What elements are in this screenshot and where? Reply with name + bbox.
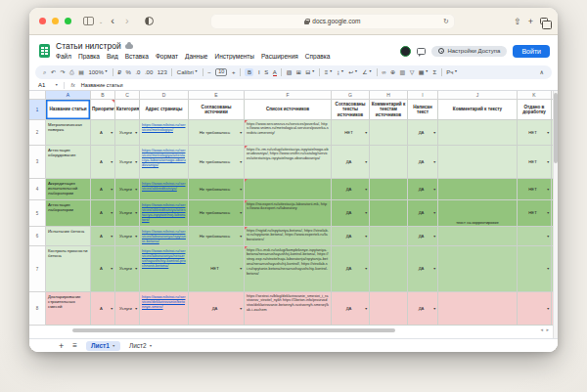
cell-J2[interactable] xyxy=(438,120,518,146)
cell-C2[interactable]: Услуги▼ xyxy=(115,120,140,146)
column-header-B[interactable]: B xyxy=(91,91,115,100)
cell-I1[interactable]: Написан текст xyxy=(408,100,438,120)
column-header-H[interactable]: H xyxy=(370,91,408,100)
cell-F6[interactable]: https://nigtid.ru/ispytaniya-betona/, ht… xyxy=(245,227,332,246)
cell-H5[interactable] xyxy=(370,200,408,227)
paint-format-button[interactable]: ▤ xyxy=(78,69,84,75)
functions-button[interactable]: Σ xyxy=(432,69,436,75)
column-header-K[interactable]: K xyxy=(518,91,552,100)
cell-D7[interactable]: https://www.nilstroi.ru/services/laborat… xyxy=(140,246,189,292)
vertical-scrollbar[interactable] xyxy=(553,91,558,338)
cell-C8[interactable]: Услуги▼ xyxy=(115,292,140,326)
cell-D1[interactable]: Адрес страницы xyxy=(140,100,189,120)
row-header-7[interactable]: 7 xyxy=(29,246,46,292)
dropdown-arrow-icon[interactable]: ▼ xyxy=(240,306,243,310)
column-header-G[interactable]: G xyxy=(332,91,370,100)
cell-G1[interactable]: Согласованы тексты источников xyxy=(332,100,370,120)
sheets-logo[interactable] xyxy=(39,44,50,58)
cell-H1[interactable]: Комментарий к текстам источников xyxy=(370,100,408,120)
text-wrap-button[interactable]: ↩▼ xyxy=(348,69,358,75)
percent-format-button[interactable]: % xyxy=(126,69,131,75)
cell-B6[interactable]: А▼ xyxy=(91,227,115,246)
cell-C4[interactable]: Услуги▼ xyxy=(115,179,140,200)
cell-I7[interactable]: ДА▼ xyxy=(408,246,438,292)
forward-button[interactable]: › xyxy=(122,16,132,26)
currency-format-button[interactable]: ₽ xyxy=(117,69,121,75)
cell-E8[interactable]: ДА▼ xyxy=(189,292,245,326)
cell-A4[interactable]: Аккредитация испытательной лаборатории xyxy=(46,179,91,200)
sign-in-button[interactable]: Войти xyxy=(513,45,550,58)
dropdown-arrow-icon[interactable]: ▼ xyxy=(111,159,113,163)
menu-item-5[interactable]: Формат xyxy=(156,53,178,60)
close-window-button[interactable] xyxy=(39,18,46,24)
dropdown-arrow-icon[interactable]: ▼ xyxy=(111,130,113,134)
cell-A1[interactable]: Название статьи xyxy=(46,100,91,120)
cell-I2[interactable]: ДА▼ xyxy=(408,120,438,146)
cell-J7[interactable] xyxy=(438,246,518,292)
horizontal-align-button[interactable]: ≡▼ xyxy=(325,69,333,75)
sidebar-chevron-icon[interactable]: ⌄ xyxy=(99,19,103,24)
dropdown-arrow-icon[interactable]: ▼ xyxy=(547,267,550,271)
dropdown-arrow-icon[interactable]: ▼ xyxy=(135,306,138,310)
menu-item-9[interactable]: Справка xyxy=(305,53,331,60)
dropdown-arrow-icon[interactable]: ▼ xyxy=(547,234,550,238)
cell-B2[interactable]: А▼ xyxy=(91,120,115,146)
new-tab-icon[interactable]: + xyxy=(528,17,533,26)
cell-G2[interactable]: НЕТ▼ xyxy=(332,120,370,146)
address-bar[interactable]: docs.google.com ↻ xyxy=(210,14,455,29)
cell-F2[interactable]: https://www.serconsrus.ru/services/pover… xyxy=(245,120,332,146)
menu-item-1[interactable]: Файл xyxy=(56,53,71,60)
dropdown-arrow-icon[interactable]: ▼ xyxy=(547,159,550,163)
cell-I5[interactable]: ДА▼ xyxy=(408,200,438,227)
dropdown-arrow-icon[interactable]: ▼ xyxy=(547,211,550,215)
cell-K8[interactable]: ▼ xyxy=(518,292,552,326)
table-views-button[interactable]: ▦▼ xyxy=(419,69,429,75)
cell-D6[interactable]: https://www.nilstroi.ru/services/laborat… xyxy=(140,227,189,246)
insert-link-button[interactable]: ∞ xyxy=(382,69,385,75)
comments-icon[interactable] xyxy=(417,48,426,55)
cell-F8[interactable]: https://sestroi.ru/blog/deklarirovanie_s… xyxy=(245,292,332,326)
page-url-link[interactable]: https://www.nilstroi.ru/services/akkredi… xyxy=(142,181,186,191)
cell-I8[interactable]: ДА▼ xyxy=(408,292,438,326)
dropdown-arrow-icon[interactable]: ▼ xyxy=(365,306,368,310)
reload-icon[interactable]: ↻ xyxy=(443,18,449,25)
dropdown-arrow-icon[interactable]: ▼ xyxy=(240,159,243,163)
cell-J4[interactable] xyxy=(438,179,518,200)
column-header-J[interactable]: J xyxy=(438,91,518,100)
page-url-link[interactable]: https://www.nilstroi.ru/services/metrolo… xyxy=(142,122,186,132)
dropdown-arrow-icon[interactable]: ▼ xyxy=(111,211,113,215)
cell-E2[interactable]: Не требовалось▼ xyxy=(189,120,245,146)
cell-K7[interactable]: ▼ xyxy=(518,246,552,292)
dropdown-arrow-icon[interactable]: ▼ xyxy=(365,187,368,191)
bold-button[interactable]: B xyxy=(245,68,253,76)
page-url-link[interactable]: https://www.nilstroi.ru/services/laborat… xyxy=(142,229,186,244)
dropdown-arrow-icon[interactable]: ▼ xyxy=(135,159,138,163)
dropdown-arrow-icon[interactable]: ▼ xyxy=(111,234,113,238)
row-header-6[interactable]: 6 xyxy=(29,227,46,246)
fill-color-button[interactable]: ▨ xyxy=(287,69,293,75)
dropdown-arrow-icon[interactable]: ▼ xyxy=(433,306,436,310)
cell-A3[interactable]: Аттестация оборудования xyxy=(46,146,91,179)
create-filter-button[interactable]: ▽ xyxy=(410,69,415,75)
dropdown-arrow-icon[interactable]: ▼ xyxy=(240,187,243,191)
text-color-button[interactable]: A xyxy=(273,69,277,76)
cell-J8[interactable] xyxy=(438,292,518,326)
cell-B5[interactable]: А▼ xyxy=(91,200,115,227)
dropdown-arrow-icon[interactable]: ▼ xyxy=(365,130,368,134)
minimize-window-button[interactable] xyxy=(52,18,59,24)
text-rotation-button[interactable]: ∠▼ xyxy=(362,69,372,75)
cell-A7[interactable]: Контроль прочности бетона xyxy=(46,246,91,292)
menu-item-4[interactable]: Вставка xyxy=(125,53,149,60)
avatar[interactable] xyxy=(400,46,411,57)
row-header-2[interactable]: 2 xyxy=(29,120,46,146)
cell-B4[interactable]: А▼ xyxy=(91,179,115,200)
merge-cells-button[interactable]: ⊟▼ xyxy=(305,69,315,75)
tab-overview-icon[interactable] xyxy=(540,18,548,24)
column-header-C[interactable]: C xyxy=(115,91,140,100)
cell-A6[interactable]: Испытание бетона xyxy=(46,227,91,246)
dropdown-arrow-icon[interactable]: ▼ xyxy=(240,130,243,134)
sheet-tab-2[interactable]: Лист2 ▼ xyxy=(129,342,153,349)
zoom-select-button[interactable]: 100%▼ xyxy=(88,69,108,75)
dropdown-arrow-icon[interactable]: ▼ xyxy=(135,130,138,134)
cell-G3[interactable]: ДА▼ xyxy=(332,146,370,179)
